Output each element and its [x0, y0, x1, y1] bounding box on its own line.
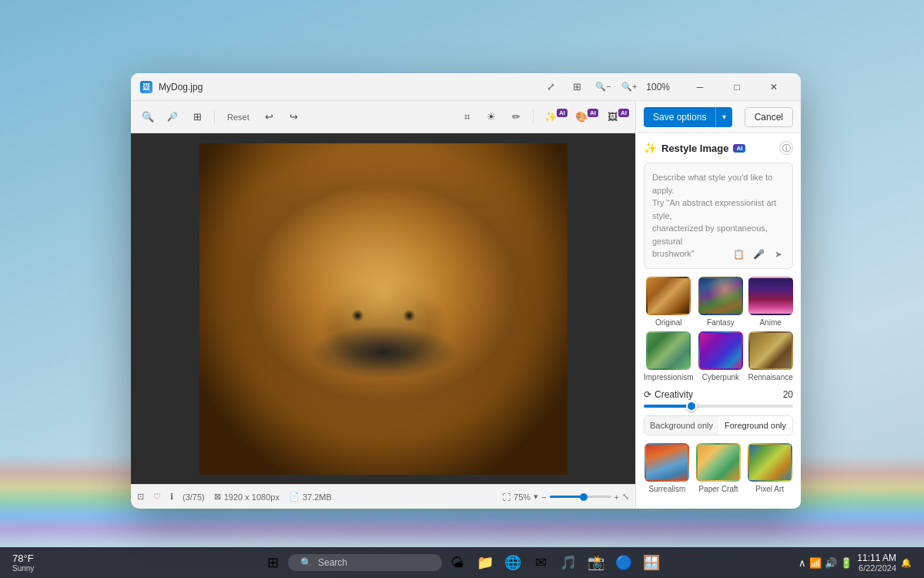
- maximize-button[interactable]: □: [719, 76, 755, 99]
- taskbar-teams-icon[interactable]: 🔵: [611, 550, 636, 575]
- filesize-text: 37.2MB: [303, 492, 332, 502]
- zoom-out-button[interactable]: 🔍: [137, 106, 159, 128]
- info-icon[interactable]: ℹ: [170, 492, 173, 502]
- style-item-fantasy[interactable]: Fantasy: [698, 277, 743, 327]
- notification-icon[interactable]: 🔔: [901, 558, 912, 568]
- style-label-original: Original: [655, 318, 681, 327]
- search-label: Search: [318, 557, 347, 568]
- adjust-button[interactable]: ☀: [480, 106, 502, 128]
- zoom-percent: 75%: [514, 492, 531, 502]
- foreground-only-button[interactable]: Foreground only: [718, 416, 792, 435]
- fullscreen-icon[interactable]: ⤡: [622, 492, 629, 502]
- style-thumb-original: [646, 277, 691, 315]
- zoom-slider-thumb[interactable]: [580, 493, 588, 501]
- zoom-in-status-icon[interactable]: +: [614, 492, 619, 502]
- reset-button[interactable]: Reset: [221, 111, 256, 123]
- taskbar-browser-icon[interactable]: 🌐: [500, 550, 525, 575]
- close-button[interactable]: ✕: [756, 76, 792, 99]
- view-icon[interactable]: ⊡: [137, 492, 144, 502]
- style-item-impressionism[interactable]: Impressionism: [644, 331, 693, 381]
- style-item-surrealism[interactable]: Surrealism: [644, 443, 691, 493]
- send-button[interactable]: ➤: [771, 247, 786, 262]
- fit-icon[interactable]: ⛶: [502, 492, 511, 502]
- creativity-header: ⟳ Creativity 20: [644, 389, 793, 400]
- info-button[interactable]: ⓘ: [779, 141, 793, 155]
- style-item-cyberpunk[interactable]: Cyberpunk: [698, 331, 743, 381]
- search-bar[interactable]: 🔍 Search: [288, 554, 442, 571]
- taskbar-right: ∧ 📶 🔊 🔋 11:11 AM 6/22/2024 🔔: [798, 553, 918, 573]
- save-options-dropdown-button[interactable]: ▾: [715, 107, 732, 127]
- background-only-button[interactable]: Background only: [644, 416, 718, 435]
- style-thumb-anime: [748, 277, 793, 315]
- style-label-pixelart: Pixel Art: [755, 485, 784, 493]
- style-item-anime[interactable]: Anime: [748, 277, 793, 327]
- volume-icon[interactable]: 🔊: [825, 557, 837, 569]
- slider-thumb[interactable]: [686, 401, 697, 412]
- taskbar-weather-icon[interactable]: 🌤: [445, 550, 470, 575]
- view-toggle-button[interactable]: ⊞: [186, 106, 208, 128]
- titlebar-left: 🖼 MyDog.jpg: [140, 81, 538, 93]
- external-link-icon[interactable]: ⤢: [538, 75, 563, 99]
- image-panel: 🔍 🔎 ⊞ Reset ↩ ↪ ⌗ ☀ ✏ ✨ AI 🎨 AI: [131, 101, 635, 509]
- filter1-wrap: ✨ AI: [540, 106, 567, 128]
- taskbar: 78°F Sunny ⊞ 🔍 Search 🌤 📁 🌐 ✉ 🎵 📸 🔵 🪟 ∧ …: [0, 547, 924, 578]
- undo-button[interactable]: ↩: [259, 106, 280, 128]
- save-options-button[interactable]: Save options: [644, 107, 715, 127]
- minimize-button[interactable]: ─: [682, 76, 718, 99]
- titlebar: 🖼 MyDog.jpg ⤢ ⊞ 🔍− 🔍+ 100% ─ □ ✕: [131, 73, 801, 101]
- draw-button[interactable]: ✏: [505, 106, 527, 128]
- taskbar-photos-icon[interactable]: 📸: [584, 550, 608, 575]
- style-label-anime: Anime: [759, 318, 781, 327]
- magic-icon: ✨: [644, 142, 657, 154]
- taskbar-files-icon[interactable]: 📁: [473, 550, 497, 575]
- filesize-icon: 📄: [289, 492, 300, 502]
- window-body: 🔍 🔎 ⊞ Reset ↩ ↪ ⌗ ☀ ✏ ✨ AI 🎨 AI: [131, 101, 801, 509]
- taskbar-copilot-icon[interactable]: 🪟: [639, 550, 664, 575]
- style-item-papercraft[interactable]: Paper Craft: [695, 443, 742, 493]
- crop-button[interactable]: ⌗: [456, 106, 477, 128]
- style-thumb-pixelart: [748, 443, 792, 482]
- style-item-original[interactable]: Original: [644, 277, 693, 327]
- ai-panel-content: ✨ Restyle Image AI ⓘ Describe what style…: [636, 133, 801, 509]
- copy-button[interactable]: 📋: [731, 247, 746, 262]
- info-item: ℹ: [170, 492, 173, 502]
- layout-icon[interactable]: ⊞: [564, 75, 589, 99]
- style-thumb-papercraft: [696, 443, 741, 482]
- prompt-area[interactable]: Describe what style you'd like to apply.…: [644, 163, 793, 269]
- filter3-wrap: 🖼 AI: [601, 106, 629, 128]
- cancel-button[interactable]: Cancel: [745, 107, 793, 127]
- section-header: ✨ Restyle Image AI ⓘ: [644, 141, 793, 155]
- frame-info: (3/75): [182, 492, 205, 502]
- zoom-in-button[interactable]: 🔎: [162, 106, 183, 128]
- network-icon[interactable]: 📶: [809, 557, 822, 569]
- mic-button[interactable]: 🎤: [751, 247, 766, 262]
- toggle-group: Background only Foreground only: [644, 415, 793, 435]
- taskbar-time[interactable]: 11:11 AM 6/22/2024: [857, 553, 896, 573]
- ai-panel-toolbar: Save options ▾ Cancel: [636, 101, 801, 133]
- chevron-icon[interactable]: ∧: [798, 557, 806, 569]
- heart-icon[interactable]: ♡: [153, 492, 161, 502]
- style-item-rennaisance[interactable]: Rennaisance: [748, 331, 793, 381]
- start-button[interactable]: ⊞: [260, 550, 285, 575]
- style-item-pixelart[interactable]: Pixel Art: [746, 443, 793, 493]
- style-thumb-cyberpunk: [698, 331, 743, 370]
- zoom-out-status-icon[interactable]: −: [541, 492, 546, 502]
- zoom-slider[interactable]: [550, 496, 611, 498]
- style-grid: Original Fantasy Anime Impressionism: [644, 277, 793, 381]
- style-thumb-rennaisance: [748, 331, 793, 370]
- zoom-in-title-icon[interactable]: 🔍+: [617, 75, 641, 99]
- weather-temp: 78°F: [12, 553, 34, 564]
- creativity-slider[interactable]: [644, 405, 793, 408]
- ai-panel: Save options ▾ Cancel ✨ Restyle Image AI…: [635, 101, 801, 509]
- battery-icon[interactable]: 🔋: [840, 557, 852, 569]
- style-thumb-fantasy: [698, 277, 743, 315]
- title-controls: ─ □ ✕: [682, 76, 792, 99]
- taskbar-mail-icon[interactable]: ✉: [528, 550, 553, 575]
- zoom-out-title-icon[interactable]: 🔍−: [591, 75, 615, 99]
- redo-button[interactable]: ↪: [283, 106, 305, 128]
- zoom-dropdown-icon[interactable]: ▾: [534, 492, 538, 502]
- taskbar-music-icon[interactable]: 🎵: [556, 550, 581, 575]
- style-label-fantasy: Fantasy: [707, 318, 735, 327]
- filesize-item: 📄 37.2MB: [289, 492, 332, 502]
- section-title-text: Restyle Image: [661, 143, 728, 154]
